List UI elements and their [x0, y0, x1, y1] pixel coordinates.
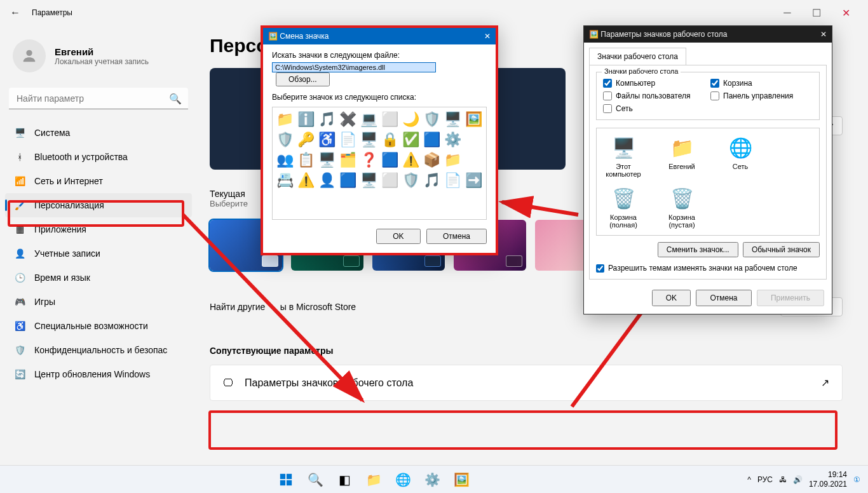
icon-option[interactable]: 🛡️ — [422, 110, 441, 129]
sidebar-item-privacy[interactable]: 🛡️Конфиденциальность и безопас — [5, 338, 192, 362]
start-button[interactable] — [273, 467, 299, 492]
icon-option[interactable]: 🖥️ — [317, 151, 336, 170]
preview-icon[interactable]: 🌐Сеть — [720, 135, 761, 178]
search-button[interactable]: 🔍 — [302, 467, 328, 492]
icon-path-input[interactable] — [272, 62, 436, 72]
icon-option[interactable]: ⚠️ — [401, 151, 420, 170]
close-button[interactable]: ✕ — [831, 3, 860, 23]
icon-option[interactable]: 🛡️ — [275, 130, 294, 149]
close-icon[interactable]: ✕ — [820, 30, 827, 39]
icon-option[interactable]: 🔑 — [296, 130, 315, 149]
icon-option[interactable]: 👤 — [317, 171, 336, 190]
icon-option[interactable]: 🟦 — [380, 151, 399, 170]
apply-button[interactable]: Применить — [757, 290, 824, 306]
icon-option[interactable]: 📁 — [275, 110, 294, 129]
icon-option[interactable]: ➡️ — [464, 171, 483, 190]
icon-option[interactable]: ⚠️ — [296, 171, 315, 190]
sidebar-item-accounts[interactable]: 👤Учетные записи — [5, 241, 192, 266]
sidebar-item-label: Конфиденциальность и безопас — [34, 345, 167, 355]
edge-button[interactable]: 🌐 — [390, 467, 416, 492]
browse-button[interactable]: Обзор... — [276, 72, 330, 86]
explorer-button[interactable]: 📁 — [361, 467, 386, 492]
check-computer[interactable]: Компьютер — [603, 79, 705, 88]
preview-icon[interactable]: 📁Евгений — [661, 135, 702, 178]
icon-option[interactable]: 🟦 — [338, 171, 357, 190]
icon-option[interactable]: 🖥️ — [443, 110, 462, 129]
sidebar-item-apps[interactable]: ▦Приложения — [5, 217, 192, 241]
settings-button[interactable]: ⚙️ — [419, 467, 445, 492]
sidebar-item-time[interactable]: 🕒Время и язык — [5, 266, 192, 290]
icon-option[interactable]: 🖼️ — [464, 110, 483, 129]
sidebar-item-accessibility[interactable]: ♿Специальные возможности — [5, 314, 192, 338]
check-cpanel[interactable]: Панель управления — [710, 91, 813, 100]
icon-option[interactable]: 🗂️ — [338, 151, 357, 170]
icon-option[interactable]: ✅ — [401, 130, 420, 149]
allow-themes-checkbox[interactable]: Разрешить темам изменять значки на рабоч… — [596, 264, 820, 273]
icon-option[interactable]: 🌙 — [401, 110, 420, 129]
icon-option[interactable]: ❓ — [359, 151, 378, 170]
search-input[interactable] — [9, 88, 188, 109]
icon-option[interactable]: ⬜ — [380, 110, 399, 129]
icon-option[interactable]: 🔒 — [380, 130, 399, 149]
icon-option[interactable] — [464, 130, 483, 149]
cancel-button[interactable]: Отмена — [696, 290, 751, 306]
notification-icon[interactable]: ① — [853, 475, 860, 484]
tray-chevron-icon[interactable]: ^ — [747, 475, 751, 484]
ok-button[interactable]: OK — [376, 229, 420, 244]
sidebar-item-network[interactable]: 📶Сеть и Интернет — [5, 169, 192, 193]
language-indicator[interactable]: РУС — [757, 475, 773, 484]
icon-option[interactable]: 🎵 — [317, 110, 336, 129]
check-recycle[interactable]: Корзина — [710, 79, 813, 88]
user-block[interactable]: Евгений Локальная учетная запись — [5, 33, 192, 79]
close-icon[interactable]: ✕ — [484, 32, 491, 41]
default-icon-button[interactable]: Обычный значок — [743, 242, 820, 257]
minimize-button[interactable]: ─ — [773, 3, 802, 23]
network-icon[interactable]: 🖧 — [779, 475, 787, 484]
taskview-button[interactable]: ◧ — [332, 467, 357, 492]
preview-icon[interactable]: 🗑️Корзина (пустая) — [661, 186, 702, 229]
icon-preview[interactable]: 🖥️Этот компьютер📁Евгений🌐Сеть🗑️Корзина (… — [596, 128, 820, 236]
icon-option[interactable]: 📄 — [338, 130, 357, 149]
sidebar-item-personalization[interactable]: 🖌️Персонализация — [5, 193, 192, 217]
desktop-icon-settings-link[interactable]: 🖵 Параметры значков рабочего стола ↗ — [210, 365, 843, 401]
cancel-button[interactable]: Отмена — [426, 229, 487, 244]
check-userfiles[interactable]: Файлы пользователя — [603, 91, 705, 100]
icon-option[interactable]: 💻 — [359, 110, 378, 129]
tab-desktop-icons[interactable]: Значки рабочего стола — [589, 48, 686, 65]
icon-grid[interactable]: 📁ℹ️🎵✖️💻⬜🌙🛡️🖥️🖼️🛡️🔑♿📄🖥️🔒✅🟦⚙️👥📋🖥️🗂️❓🟦⚠️📦📁📇… — [272, 107, 487, 220]
ok-button[interactable]: OK — [652, 290, 691, 306]
icon-option[interactable]: ⬜ — [380, 171, 399, 190]
icon-option[interactable]: ✖️ — [338, 110, 357, 129]
icon-option[interactable]: ♿ — [317, 130, 336, 149]
app-button[interactable]: 🖼️ — [449, 467, 474, 492]
clock[interactable]: 19:14 17.09.2021 — [809, 470, 847, 489]
sidebar-item-update[interactable]: 🔄Центр обновления Windows — [5, 362, 192, 386]
privacy-icon: 🛡️ — [14, 344, 25, 356]
back-button[interactable]: ← — [8, 4, 23, 21]
preview-icon[interactable]: 🖥️Этот компьютер — [603, 135, 644, 178]
icon-option[interactable]: 🖥️ — [359, 171, 378, 190]
sidebar-item-bluetooth[interactable]: ᚼBluetooth и устройства — [5, 145, 192, 169]
check-network[interactable]: Сеть — [603, 104, 705, 113]
icon-option[interactable]: ⚙️ — [443, 130, 462, 149]
icon-option[interactable]: 🟦 — [422, 130, 441, 149]
icon-option[interactable] — [464, 151, 483, 170]
icon-option[interactable]: 📦 — [422, 151, 441, 170]
volume-icon[interactable]: 🔊 — [793, 475, 803, 484]
icon-option[interactable]: 📇 — [275, 171, 294, 190]
icon-option[interactable]: 📄 — [443, 171, 462, 190]
icon-option[interactable]: 📁 — [443, 151, 462, 170]
icon-option[interactable]: ℹ️ — [296, 110, 315, 129]
icon-option[interactable]: 🖥️ — [359, 130, 378, 149]
icon-option[interactable]: 📋 — [296, 151, 315, 170]
icon-option[interactable]: 👥 — [275, 151, 294, 170]
preview-icon[interactable]: 🗑️Корзина (полная) — [603, 186, 644, 229]
sidebar-item-system[interactable]: 🖥️Система — [5, 121, 192, 145]
maximize-button[interactable]: ☐ — [802, 3, 831, 23]
sidebar-item-gaming[interactable]: 🎮Игры — [5, 290, 192, 314]
dialog-title: Смена значка — [280, 32, 329, 41]
icon-option[interactable]: 🛡️ — [401, 171, 420, 190]
change-icon-button[interactable]: Сменить значок... — [658, 242, 738, 257]
apps-icon: ▦ — [14, 224, 25, 235]
icon-option[interactable]: 🎵 — [422, 171, 441, 190]
